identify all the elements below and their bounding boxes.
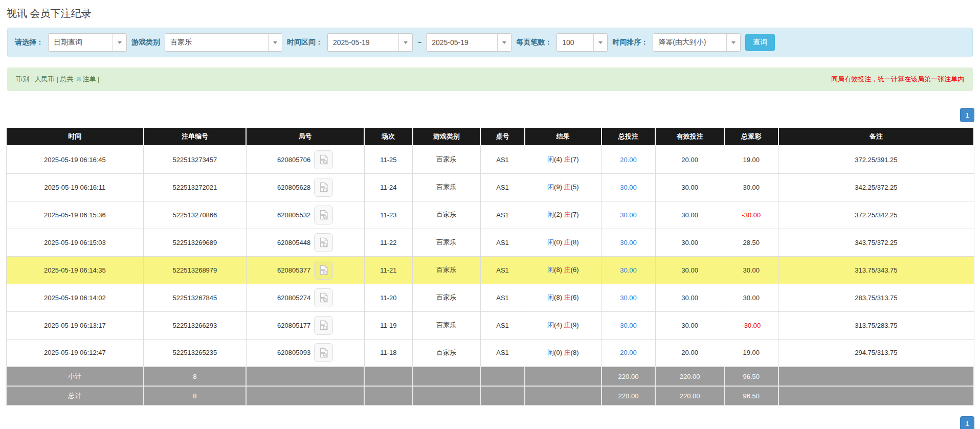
column-header: 局号 (246, 127, 364, 146)
round-number-text: 620805532 (277, 211, 310, 219)
chevron-down-icon[interactable] (268, 34, 282, 51)
total-bet-link[interactable]: 30.00 (620, 322, 637, 329)
footer-count: 8 (144, 367, 247, 386)
cell-result: 闲(8) 庄(6) (525, 256, 601, 284)
banker-result-label: 庄 (564, 293, 571, 301)
total-bet-link[interactable]: 20.00 (620, 156, 637, 164)
cell-round-number: 620805093 (246, 339, 364, 367)
player-result-label: 闲 (547, 155, 554, 163)
video-record-button[interactable] (314, 206, 333, 224)
player-result-score: (4) (554, 321, 564, 329)
per-page-dropdown[interactable]: 100 (556, 33, 608, 52)
summary-info: 币别 : 人民币 | 总共 :8 注单 | (16, 75, 100, 84)
cell-game-type: 百家乐 (413, 284, 480, 311)
video-record-button[interactable] (314, 343, 333, 362)
total-bet-link[interactable]: 30.00 (620, 184, 637, 191)
per-page-value: 100 (557, 34, 593, 51)
round-number-text: 620805628 (277, 184, 310, 191)
banker-result-score: (6) (571, 266, 579, 274)
cell-valid-bet: 30.00 (655, 201, 724, 229)
date-from-picker[interactable]: 2025-05-19 (327, 33, 413, 52)
player-result-label: 闲 (547, 293, 554, 301)
video-record-icon (318, 154, 329, 165)
cell-total-bet: 20.00 (602, 339, 656, 367)
chevron-down-icon[interactable] (726, 34, 740, 51)
table-footer: 小计8220.00220.0096.50总计8220.00220.0096.50 (6, 367, 974, 405)
video-record-button[interactable] (314, 261, 333, 280)
cell-remark: 372.25/391.25 (778, 146, 974, 173)
cell-round-number: 620805706 (246, 146, 364, 173)
cell-game-type: 百家乐 (413, 256, 480, 284)
banker-result-score: (7) (571, 155, 579, 163)
cell-result: 闲(4) 庄(9) (525, 311, 601, 339)
footer-total-bet: 220.00 (602, 367, 656, 386)
round-number-group: 620805706 (277, 150, 333, 169)
video-record-icon (318, 209, 329, 220)
cell-valid-bet: 20.00 (655, 146, 724, 173)
chevron-down-icon[interactable] (398, 34, 412, 51)
footer-count: 8 (144, 386, 247, 405)
cell-time: 2025-05-19 06:15:36 (6, 201, 144, 229)
total-bet-link[interactable]: 30.00 (620, 294, 637, 302)
cell-valid-bet: 30.00 (655, 173, 724, 201)
banker-result-label: 庄 (564, 349, 571, 356)
video-record-button[interactable] (314, 316, 333, 335)
player-result-label: 闲 (547, 266, 554, 274)
game-type-label: 游戏类别 (131, 38, 160, 47)
video-record-button[interactable] (314, 178, 333, 197)
column-header: 注单编号 (144, 127, 247, 146)
cell-table-number: AS1 (480, 256, 525, 284)
cell-bet-number: 522513273457 (144, 146, 247, 173)
video-record-button[interactable] (314, 150, 333, 169)
summary-bar: 币别 : 人民币 | 总共 :8 注单 | 同局有效投注，统一计算在该局第一张注… (7, 67, 973, 91)
time-sort-dropdown[interactable]: 降幂(由大到小) (653, 33, 741, 52)
cell-session: 11-24 (364, 173, 413, 201)
page-number-button[interactable]: 1 (960, 416, 974, 429)
date-to-picker[interactable]: 2025-05-19 (426, 33, 511, 52)
player-result-score: (2) (554, 211, 564, 218)
game-type-dropdown[interactable]: 百家乐 (165, 33, 282, 52)
banker-result-score: (8) (571, 238, 579, 246)
table-footer-row: 总计8220.00220.0096.50 (6, 386, 974, 405)
search-button[interactable]: 查询 (745, 34, 775, 51)
banker-result-label: 庄 (564, 238, 571, 246)
chevron-down-icon[interactable] (593, 34, 607, 51)
cell-table-number: AS1 (480, 229, 525, 256)
table-row: 2025-05-19 06:16:11522513272021620805628… (6, 173, 974, 201)
cell-payout: 30.00 (724, 173, 778, 201)
table-row: 2025-05-19 06:13:17522513266293620805177… (6, 311, 974, 339)
cell-remark: 313.75/283.75 (778, 311, 974, 339)
select-type-value: 日期查询 (49, 34, 113, 51)
page-root: 视讯 会员下注纪录 请选择： 日期查询 游戏类别 百家乐 时间区间： 2025-… (0, 0, 980, 429)
footer-payout: 96.50 (724, 386, 778, 405)
total-bet-link[interactable]: 30.00 (620, 239, 637, 246)
cell-session: 11-23 (364, 201, 413, 229)
chevron-down-icon[interactable] (497, 34, 511, 51)
footer-empty (246, 367, 364, 386)
chevron-down-icon[interactable] (113, 34, 126, 51)
cell-round-number: 620805377 (246, 256, 364, 284)
select-type-dropdown[interactable]: 日期查询 (48, 33, 127, 52)
cell-game-type: 百家乐 (413, 201, 480, 229)
table-row: 2025-05-19 06:14:02522513267845620805274… (6, 284, 974, 311)
total-bet-link[interactable]: 30.00 (620, 211, 637, 219)
video-record-button[interactable] (314, 288, 333, 307)
cell-total-bet: 30.00 (602, 201, 656, 229)
column-header: 备注 (778, 127, 974, 146)
column-header: 总派彩 (724, 127, 778, 146)
total-bet-link[interactable]: 20.00 (620, 349, 637, 356)
round-number-text: 620805274 (277, 294, 310, 302)
pagination-top: 1 (6, 108, 974, 122)
cell-payout: 19.00 (724, 146, 778, 173)
round-number-text: 620805706 (277, 156, 310, 164)
page-number-button[interactable]: 1 (960, 108, 974, 122)
video-record-icon (318, 292, 329, 303)
video-record-button[interactable] (314, 233, 333, 252)
total-bet-link[interactable]: 30.00 (620, 266, 637, 274)
cell-bet-number: 522513267845 (144, 284, 247, 311)
cell-game-type: 百家乐 (413, 339, 480, 367)
banker-result-score: (8) (571, 349, 579, 356)
column-header: 桌号 (480, 127, 525, 146)
round-number-text: 620805377 (277, 266, 310, 274)
round-number-text: 620805177 (277, 322, 310, 329)
